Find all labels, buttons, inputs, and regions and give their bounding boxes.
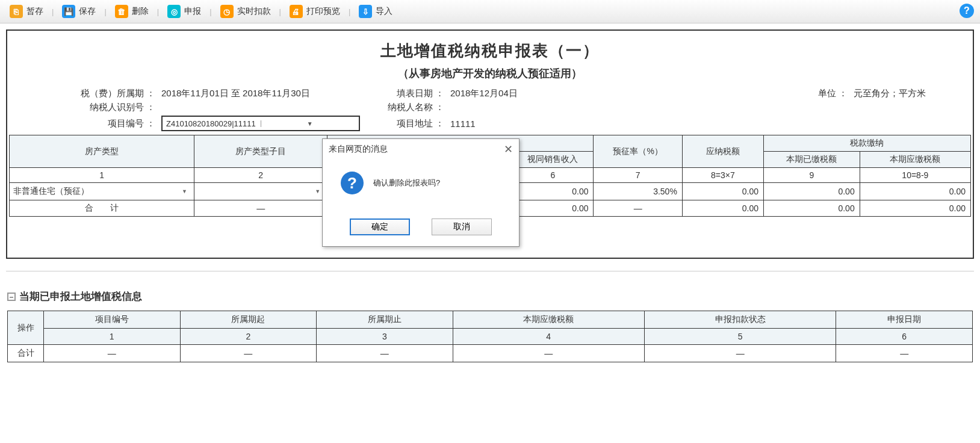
question-icon: ? bbox=[341, 172, 364, 194]
total-sub: — bbox=[194, 200, 327, 217]
idx-5: 6 bbox=[512, 168, 594, 183]
print-label: 打印预览 bbox=[306, 6, 340, 17]
cell-rate[interactable]: 3.50% bbox=[594, 183, 682, 200]
cell-property-type[interactable]: 非普通住宅（预征） ▼ bbox=[10, 183, 194, 200]
project-no-value: Z41010820180029|11111 bbox=[163, 119, 261, 128]
info-row-1: 税（费）所属期 ： 2018年11月01日 至 2018年11月30日 填表日期… bbox=[7, 87, 973, 101]
deduct-button[interactable]: ◷ 实时扣款 bbox=[217, 4, 274, 19]
total2-c3: — bbox=[317, 345, 453, 362]
list-icon bbox=[7, 293, 16, 301]
total-due: 0.00 bbox=[860, 200, 970, 217]
section2-title: 当期已申报土地增值税信息 bbox=[19, 290, 142, 303]
project-no-label: 项目编号 ： bbox=[7, 118, 158, 129]
col2-status: 申报扣款状态 bbox=[644, 311, 836, 329]
save-button[interactable]: 💾 保存 bbox=[58, 4, 99, 19]
col2-start: 所属期起 bbox=[180, 311, 317, 329]
print-button[interactable]: 🖨 打印预览 bbox=[286, 4, 344, 19]
save-label: 保存 bbox=[79, 6, 96, 17]
temp-save-button[interactable]: ⎘ 暂存 bbox=[6, 4, 47, 19]
toolbar: ⎘ 暂存 | 💾 保存 | 🗑 删除 | ◎ 申报 | ◷ 实时扣款 | 🖨 打… bbox=[0, 0, 980, 23]
cell-property-subtype[interactable]: ▼ bbox=[194, 183, 327, 200]
divider bbox=[6, 271, 974, 271]
idx2-4: 4 bbox=[453, 329, 644, 345]
cell-due: 0.00 bbox=[860, 183, 970, 200]
idx-7: 8=3×7 bbox=[682, 168, 763, 183]
total2-c6: — bbox=[836, 345, 973, 362]
col-tax-payable: 应纳税额 bbox=[682, 135, 763, 168]
col-property-subtype: 房产类型子目 bbox=[194, 135, 327, 168]
import-icon: ⇩ bbox=[359, 5, 372, 18]
close-icon[interactable]: ✕ bbox=[504, 143, 513, 156]
declared-grid: 操作 项目编号 所属期起 所属期止 本期应缴税额 申报扣款状态 申报日期 1 2… bbox=[7, 311, 973, 362]
total-rate: — bbox=[594, 200, 682, 217]
idx2-3: 3 bbox=[317, 329, 453, 345]
delete-label: 删除 bbox=[132, 6, 149, 17]
index-row-2: 1 2 3 4 5 6 bbox=[8, 329, 973, 345]
temp-save-icon: ⎘ bbox=[10, 5, 23, 18]
chevron-down-icon[interactable]: ▼ bbox=[182, 188, 190, 194]
dialog-buttons: 确定 取消 bbox=[323, 212, 519, 246]
idx2-1: 1 bbox=[44, 329, 181, 345]
total-row-2: 合计 — — — — — — bbox=[8, 345, 973, 362]
project-no-select[interactable]: Z41010820180029|11111 ▼ bbox=[161, 116, 360, 131]
total-payable: 0.00 bbox=[682, 200, 763, 217]
form-subtitle: （从事房地产开发的纳税人预征适用） bbox=[7, 64, 973, 87]
ok-button[interactable]: 确定 bbox=[350, 218, 410, 235]
idx-8: 9 bbox=[763, 168, 860, 183]
col2-date: 申报日期 bbox=[836, 311, 973, 329]
total-label: 合 计 bbox=[10, 200, 194, 217]
taxpayer-name-value bbox=[447, 102, 718, 113]
col-tax-payment-group: 税款缴纳 bbox=[763, 135, 970, 152]
cell-paid[interactable]: 0.00 bbox=[763, 183, 860, 200]
confirm-dialog: 来自网页的消息 ✕ ? 确认删除此报表吗? 确定 取消 bbox=[322, 138, 519, 247]
separator: | bbox=[52, 7, 54, 16]
section2-title-row: 当期已申报土地增值税信息 bbox=[7, 290, 980, 303]
col-payable-this-period: 本期应缴税额 bbox=[860, 152, 970, 168]
separator: | bbox=[209, 7, 211, 16]
help-icon[interactable]: ? bbox=[960, 4, 974, 18]
idx-2: 2 bbox=[194, 168, 327, 183]
cell-deemed[interactable]: 0.00 bbox=[512, 183, 594, 200]
col2-projno: 项目编号 bbox=[44, 311, 181, 329]
import-label: 导入 bbox=[376, 6, 392, 17]
cell-payable: 0.00 bbox=[682, 183, 763, 200]
taxpayer-name-label: 纳税人名称 ： bbox=[374, 102, 447, 113]
tax-period-label: 税（费）所属期 ： bbox=[7, 88, 158, 99]
idx2-5: 5 bbox=[644, 329, 836, 345]
form-title: 土地增值税纳税申报表（一） bbox=[7, 36, 973, 64]
col-deemed-sales: 视同销售收入 bbox=[512, 152, 594, 168]
total-paid: 0.00 bbox=[763, 200, 860, 217]
project-no-wrap: Z41010820180029|11111 ▼ bbox=[158, 116, 374, 131]
fill-date-label: 填表日期 ： bbox=[374, 88, 447, 99]
idx-1: 1 bbox=[10, 168, 194, 183]
save-icon: 💾 bbox=[62, 5, 75, 18]
project-addr-value: 11111 bbox=[447, 119, 718, 129]
declare-icon: ◎ bbox=[167, 5, 181, 18]
chevron-down-icon[interactable]: ▼ bbox=[261, 120, 359, 127]
total2-c2: — bbox=[180, 345, 317, 362]
temp-save-label: 暂存 bbox=[26, 6, 43, 17]
print-icon: 🖨 bbox=[290, 5, 303, 18]
total-deemed: 0.00 bbox=[512, 200, 594, 217]
taxpayer-id-value bbox=[158, 102, 374, 113]
declare-button[interactable]: ◎ 申报 bbox=[164, 4, 205, 19]
property-type-value: 非普通住宅（预征） bbox=[13, 186, 89, 197]
idx-6: 7 bbox=[594, 168, 682, 183]
cancel-button[interactable]: 取消 bbox=[432, 218, 492, 235]
separator: | bbox=[279, 7, 281, 16]
declare-label: 申报 bbox=[184, 6, 201, 17]
dialog-body: ? 确认删除此报表吗? bbox=[323, 160, 519, 212]
total2-label: 合计 bbox=[8, 345, 44, 362]
col2-payable: 本期应缴税额 bbox=[453, 311, 644, 329]
fill-date-value: 2018年12月04日 bbox=[447, 88, 718, 99]
separator: | bbox=[349, 7, 350, 16]
dialog-message: 确认删除此报表吗? bbox=[373, 178, 440, 188]
idx2-6: 6 bbox=[836, 329, 973, 345]
taxpayer-id-label: 纳税人识别号 ： bbox=[7, 102, 158, 113]
idx-9: 10=8-9 bbox=[860, 168, 970, 183]
import-button[interactable]: ⇩ 导入 bbox=[355, 4, 396, 19]
deduct-icon: ◷ bbox=[220, 5, 234, 18]
delete-button[interactable]: 🗑 删除 bbox=[111, 4, 152, 19]
total2-c4: — bbox=[453, 345, 644, 362]
delete-icon: 🗑 bbox=[115, 5, 128, 18]
